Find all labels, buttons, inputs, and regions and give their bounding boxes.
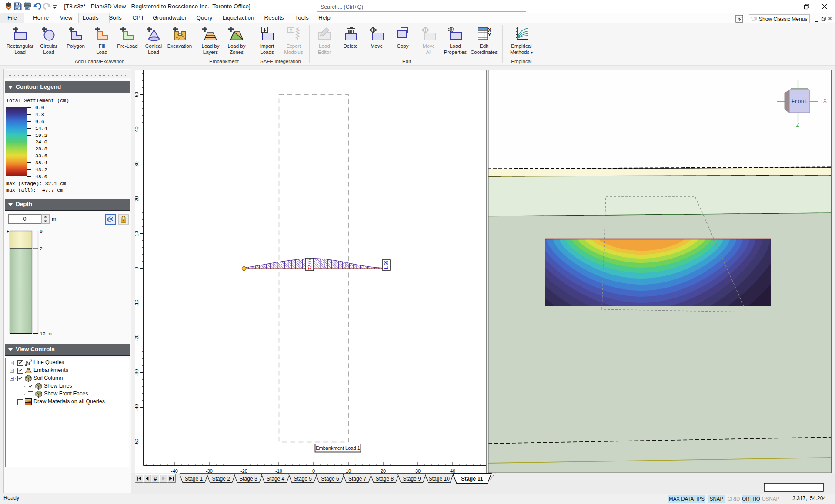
svg-text:X: X [823,98,827,104]
svg-text:2: 2 [40,246,43,252]
svg-text:10: 10 [135,231,139,236]
svg-text:0: 0 [135,267,139,269]
svg-text:Z: Z [796,122,799,129]
svg-text:Y: Y [488,32,491,37]
svg-text:Stage 10: Stage 10 [429,476,450,482]
svg-text:Stage 5: Stage 5 [294,476,312,482]
svg-text:Stage 1: Stage 1 [185,476,203,482]
svg-text:Embankment Load 1: Embankment Load 1 [316,445,360,451]
svg-text:Front: Front [792,99,807,105]
svg-text:30: 30 [135,161,139,166]
svg-text:Stage 7: Stage 7 [348,476,367,482]
svg-text:-10: -10 [135,300,139,307]
svg-text:Stage 9: Stage 9 [403,476,421,482]
svg-text:40: 40 [135,126,139,132]
svg-text:0: 0 [40,229,43,234]
svg-text:-20: -20 [135,335,139,342]
svg-text:Show Classic Menus: Show Classic Menus [759,16,807,22]
svg-text:Stage 2: Stage 2 [212,476,230,482]
svg-text:-50: -50 [135,439,139,446]
svg-text:1.59: 1.59 [384,260,389,269]
svg-text:Stage 3: Stage 3 [239,476,257,482]
svg-text:Stage 6: Stage 6 [321,476,339,482]
svg-text:20: 20 [135,196,139,201]
svg-text:12 m: 12 m [40,331,52,337]
svg-text:-40: -40 [135,404,139,411]
svg-text:-30: -30 [135,369,139,376]
svg-text:Stage 4: Stage 4 [267,476,285,482]
svg-text:32.07: 32.07 [307,259,312,271]
svg-text:Stage 8: Stage 8 [376,476,394,482]
svg-text:#: # [154,476,157,482]
svg-text:Stage 11: Stage 11 [461,476,483,482]
svg-text:50: 50 [135,92,139,97]
